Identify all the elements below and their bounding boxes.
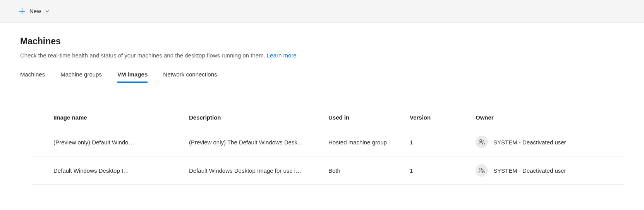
new-button-label: New bbox=[29, 8, 41, 14]
cell-version: 1 bbox=[404, 128, 469, 156]
cell-owner: SYSTEM - Deactivated user bbox=[469, 128, 624, 156]
cell-owner: SYSTEM - Deactivated user bbox=[469, 156, 624, 185]
page-subtitle: Check the real-time health and status of… bbox=[20, 52, 624, 59]
tab-list: Machines Machine groups VM images Networ… bbox=[20, 71, 624, 83]
page-title: Machines bbox=[20, 36, 624, 47]
owner-label: SYSTEM - Deactivated user bbox=[493, 167, 566, 174]
svg-point-0 bbox=[480, 140, 482, 142]
cell-image-name[interactable]: Default Windows Desktop I… bbox=[47, 156, 183, 185]
cell-used-in: Both bbox=[322, 156, 404, 185]
cell-used-in: Hosted machine group bbox=[322, 128, 404, 156]
cell-image-name[interactable]: (Preview only) Default Windo… bbox=[47, 128, 183, 156]
row-spacer bbox=[32, 128, 47, 156]
subtitle-text: Check the real-time health and status of… bbox=[20, 52, 267, 59]
tab-machines[interactable]: Machines bbox=[20, 71, 45, 83]
command-bar: New bbox=[0, 0, 644, 23]
table-row[interactable]: Default Windows Desktop I… Default Windo… bbox=[32, 156, 624, 185]
page-content: Machines Check the real-time health and … bbox=[0, 23, 644, 185]
tab-vm-images[interactable]: VM images bbox=[117, 71, 148, 83]
col-description-header[interactable]: Description bbox=[183, 109, 322, 128]
tab-machine-groups[interactable]: Machine groups bbox=[60, 71, 102, 83]
row-spacer bbox=[32, 156, 47, 185]
plus-icon bbox=[19, 8, 26, 15]
tab-network-connections[interactable]: Network connections bbox=[163, 71, 217, 83]
chevron-down-icon bbox=[45, 9, 50, 14]
svg-point-2 bbox=[480, 168, 482, 170]
user-avatar-icon bbox=[476, 164, 488, 177]
vm-images-table: Image name Description Used in Version O… bbox=[32, 109, 624, 185]
new-button[interactable]: New bbox=[19, 8, 50, 15]
cell-version: 1 bbox=[404, 156, 469, 185]
owner-label: SYSTEM - Deactivated user bbox=[493, 139, 566, 146]
cell-description: Default Windows Desktop Image for use i… bbox=[183, 156, 322, 185]
col-spacer bbox=[32, 109, 47, 128]
col-owner-header[interactable]: Owner bbox=[469, 109, 624, 128]
table-header-row: Image name Description Used in Version O… bbox=[32, 109, 624, 128]
table-row[interactable]: (Preview only) Default Windo… (Preview o… bbox=[32, 128, 624, 156]
learn-more-link[interactable]: Learn more bbox=[267, 52, 297, 59]
cell-description: (Preview only) The Default Windows Desk… bbox=[183, 128, 322, 156]
col-used-in-header[interactable]: Used in bbox=[322, 109, 404, 128]
svg-point-3 bbox=[483, 169, 484, 170]
vm-images-table-container: Image name Description Used in Version O… bbox=[20, 109, 624, 185]
col-version-header[interactable]: Version bbox=[404, 109, 469, 128]
user-avatar-icon bbox=[476, 136, 488, 148]
svg-point-1 bbox=[483, 141, 484, 142]
col-name-header[interactable]: Image name bbox=[47, 109, 183, 128]
